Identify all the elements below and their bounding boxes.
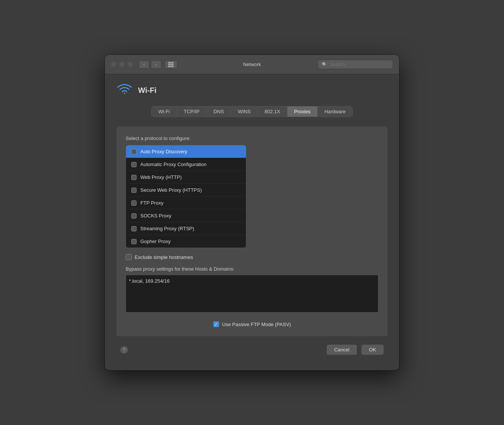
wifi-icon bbox=[116, 82, 133, 99]
search-icon: 🔍 bbox=[322, 62, 327, 67]
protocol-label-web-proxy-http: Web Proxy (HTTP) bbox=[140, 174, 182, 180]
protocol-checkbox-ftp-proxy[interactable] bbox=[131, 200, 137, 206]
protocol-item-gopher-proxy[interactable]: Gopher Proxy bbox=[126, 235, 246, 248]
forward-button[interactable]: › bbox=[151, 60, 161, 69]
exclude-hostnames-label: Exclude simple hostnames bbox=[135, 254, 193, 260]
titlebar: ‹ › Network 🔍 bbox=[105, 55, 399, 74]
chevron-left-icon: ‹ bbox=[143, 62, 145, 67]
minimize-button[interactable] bbox=[119, 62, 124, 67]
maximize-button[interactable] bbox=[128, 62, 133, 67]
footer: ? Cancel OK bbox=[116, 337, 388, 359]
grid-view-button[interactable] bbox=[164, 60, 177, 69]
protocol-item-auto-proxy-discovery[interactable]: Auto Proxy Discovery bbox=[126, 145, 246, 158]
wifi-label: Wi-Fi bbox=[138, 86, 157, 95]
bypass-textarea[interactable] bbox=[126, 275, 378, 313]
protocol-list: Auto Proxy Discovery Automatic Proxy Con… bbox=[126, 145, 246, 248]
protocol-checkbox-auto-proxy-discovery[interactable] bbox=[131, 149, 137, 154]
protocol-checkbox-automatic-proxy-config[interactable] bbox=[131, 162, 137, 167]
search-bar[interactable]: 🔍 bbox=[318, 60, 393, 69]
tab-tcpip[interactable]: TCP/IP bbox=[177, 106, 207, 117]
protocol-checkbox-streaming-proxy-rtsp[interactable] bbox=[131, 226, 137, 231]
protocol-select-label: Select a protocol to configure: bbox=[126, 136, 378, 141]
window-title: Network bbox=[243, 62, 261, 67]
help-icon: ? bbox=[123, 347, 126, 353]
protocol-item-ftp-proxy[interactable]: FTP Proxy bbox=[126, 197, 246, 209]
protocol-label-auto-proxy-discovery: Auto Proxy Discovery bbox=[140, 149, 187, 154]
back-button[interactable]: ‹ bbox=[139, 60, 149, 69]
help-button[interactable]: ? bbox=[120, 346, 128, 354]
protocol-checkbox-socks-proxy[interactable] bbox=[131, 213, 137, 219]
protocol-label-streaming-proxy-rtsp: Streaming Proxy (RTSP) bbox=[140, 226, 194, 231]
tab-bar: Wi-Fi TCP/IP DNS WINS 802.1X Proxies Har… bbox=[151, 106, 353, 117]
ftp-mode-checkbox[interactable]: ✓ bbox=[213, 321, 219, 327]
protocol-item-secure-web-proxy-https[interactable]: Secure Web Proxy (HTTPS) bbox=[126, 184, 246, 197]
protocol-item-web-proxy-http[interactable]: Web Proxy (HTTP) bbox=[126, 171, 246, 184]
panel: Select a protocol to configure: Auto Pro… bbox=[116, 126, 388, 337]
wifi-header: Wi-Fi bbox=[116, 82, 388, 99]
action-buttons: Cancel OK bbox=[326, 344, 384, 355]
ftp-mode-label: Use Passive FTP Mode (PASV) bbox=[222, 322, 291, 327]
protocol-label-gopher-proxy: Gopher Proxy bbox=[140, 239, 171, 244]
protocol-label-ftp-proxy: FTP Proxy bbox=[140, 200, 163, 206]
ftp-mode-row: ✓ Use Passive FTP Mode (PASV) bbox=[126, 321, 378, 327]
tab-dns[interactable]: DNS bbox=[207, 106, 231, 117]
chevron-right-icon: › bbox=[155, 62, 157, 67]
ok-button[interactable]: OK bbox=[361, 344, 384, 355]
traffic-lights bbox=[111, 62, 133, 67]
close-button[interactable] bbox=[111, 62, 116, 67]
protocol-checkbox-gopher-proxy[interactable] bbox=[131, 239, 137, 244]
window: ‹ › Network 🔍 bbox=[105, 55, 399, 370]
grid-icon bbox=[168, 62, 174, 67]
nav-buttons: ‹ › bbox=[139, 60, 161, 69]
exclude-hostnames-checkbox[interactable] bbox=[126, 254, 132, 260]
exclude-hostnames-row: Exclude simple hostnames bbox=[126, 254, 378, 260]
tab-wins[interactable]: WINS bbox=[231, 106, 258, 117]
tab-proxies[interactable]: Proxies bbox=[287, 106, 318, 117]
protocol-label-automatic-proxy-config: Automatic Proxy Configuration bbox=[140, 162, 207, 167]
protocol-label-secure-web-proxy-https: Secure Web Proxy (HTTPS) bbox=[140, 187, 202, 193]
search-input[interactable] bbox=[330, 62, 389, 67]
protocol-checkbox-secure-web-proxy-https[interactable] bbox=[131, 188, 137, 193]
protocol-item-streaming-proxy-rtsp[interactable]: Streaming Proxy (RTSP) bbox=[126, 222, 246, 235]
bypass-label: Bypass proxy settings for these Hosts & … bbox=[126, 266, 378, 272]
cancel-button[interactable]: Cancel bbox=[326, 344, 357, 355]
protocol-item-socks-proxy[interactable]: SOCKS Proxy bbox=[126, 209, 246, 222]
protocol-checkbox-web-proxy-http[interactable] bbox=[131, 175, 137, 180]
protocol-label-socks-proxy: SOCKS Proxy bbox=[140, 213, 171, 219]
tab-8021x[interactable]: 802.1X bbox=[258, 106, 287, 117]
protocol-item-automatic-proxy-config[interactable]: Automatic Proxy Configuration bbox=[126, 158, 246, 171]
tab-wifi[interactable]: Wi-Fi bbox=[152, 106, 177, 117]
tab-hardware[interactable]: Hardware bbox=[318, 106, 352, 117]
content: Wi-Fi Wi-Fi TCP/IP DNS WINS 802.1X Proxi… bbox=[105, 74, 399, 370]
